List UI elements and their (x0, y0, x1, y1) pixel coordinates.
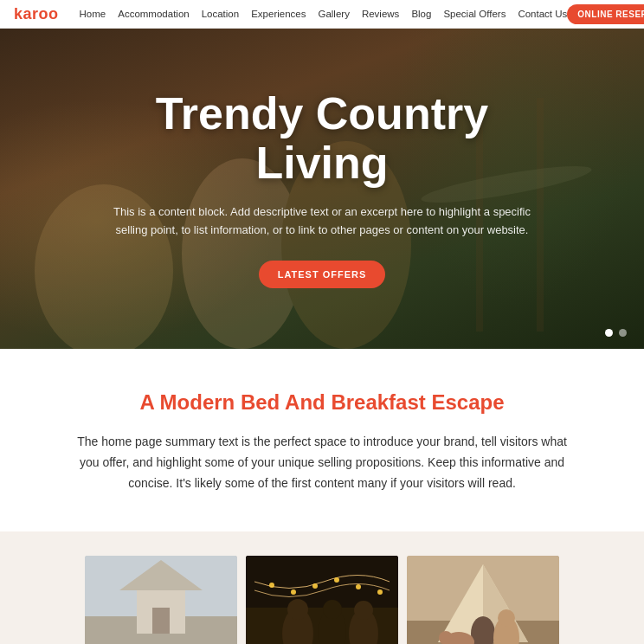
carousel-dot-1[interactable] (605, 329, 613, 337)
svg-point-18 (377, 589, 383, 595)
intro-text: The home page summary text is the perfec… (69, 432, 575, 493)
hero-section: Trendy Country Living This is a content … (0, 29, 644, 349)
nav-item-gallery[interactable]: Gallery (318, 9, 349, 19)
nav-links: Home Accommodation Location Experiences … (80, 9, 568, 19)
gallery-item-2[interactable] (246, 556, 398, 644)
svg-point-17 (356, 584, 361, 589)
carousel-dot-2[interactable] (619, 329, 627, 337)
svg-point-31 (498, 609, 515, 627)
gallery-item-1[interactable] (85, 556, 237, 644)
svg-point-14 (291, 589, 296, 595)
nav-item-experiences[interactable]: Experiences (251, 9, 306, 19)
gallery-image-2 (246, 556, 398, 644)
intro-section: A Modern Bed And Breakfast Escape The ho… (0, 349, 644, 531)
gallery-item-3[interactable] (407, 556, 559, 644)
svg-point-13 (269, 583, 274, 588)
nav-item-location[interactable]: Location (202, 9, 239, 19)
nav-item-contact-us[interactable]: Contact Us (518, 9, 567, 19)
svg-rect-10 (152, 608, 170, 634)
hero-content: Trendy Country Living This is a content … (80, 89, 564, 288)
gallery-image-1 (85, 556, 237, 644)
svg-point-20 (287, 599, 308, 620)
intro-heading: A Modern Bed And Breakfast Escape (69, 390, 575, 415)
gallery-row (14, 556, 630, 644)
hero-title: Trendy Country Living (97, 89, 547, 188)
gallery-section (0, 531, 644, 644)
hero-subtitle: This is a content block. Add descriptive… (97, 203, 547, 240)
nav-item-home[interactable]: Home (80, 9, 106, 19)
nav-item-special-offers[interactable]: Special Offers (443, 9, 506, 19)
hero-carousel-dots (605, 329, 627, 337)
gallery-image-3 (407, 556, 559, 644)
svg-point-24 (354, 601, 373, 620)
nav-item-reviews[interactable]: Reviews (362, 9, 399, 19)
site-logo: karoo (14, 5, 59, 23)
svg-point-22 (323, 600, 342, 619)
svg-point-16 (334, 577, 339, 583)
nav-item-blog[interactable]: Blog (411, 9, 431, 19)
latest-offers-button[interactable]: LATEST OFFERS (259, 261, 386, 288)
hero-background: Trendy Country Living This is a content … (0, 29, 644, 349)
nav-item-accommodation[interactable]: Accommodation (118, 9, 189, 19)
navigation: karoo Home Accommodation Location Experi… (0, 0, 644, 29)
online-reservations-button[interactable]: ONLINE RESERVATIONS (567, 4, 644, 24)
svg-point-15 (312, 583, 318, 589)
